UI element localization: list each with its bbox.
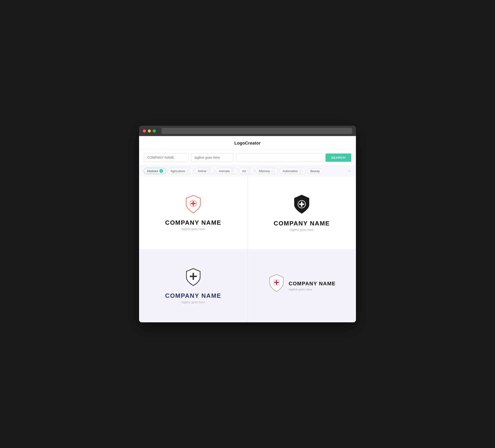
category-chip-agriculture[interactable]: Agriculture — [168, 168, 193, 174]
check-icon-airline — [207, 169, 211, 173]
logo-icon-4 — [268, 274, 285, 294]
category-label-attorney: Attorney — [259, 169, 270, 173]
app-content: LogoCreator SEARCH Abstract ✓ Agricultur… — [139, 136, 356, 322]
logo-card-3[interactable]: COMPANY NAME tagline goes here — [139, 250, 248, 322]
check-icon-automotive — [299, 169, 303, 173]
check-icon-art — [247, 169, 251, 173]
category-chip-beauty[interactable]: Beauty — [307, 168, 323, 174]
keyword-input[interactable] — [236, 153, 323, 162]
category-chip-abstract[interactable]: Abstract ✓ — [144, 168, 166, 174]
category-chip-art[interactable]: Art — [239, 168, 254, 174]
logo-icon-2 — [292, 194, 311, 215]
check-icon-agriculture — [186, 169, 190, 173]
maximize-button[interactable] — [153, 129, 156, 133]
logo-icon-1 — [185, 195, 202, 215]
logo-1-tagline: tagline goes here — [181, 227, 205, 231]
category-chip-automotive[interactable]: Automotive — [279, 168, 306, 174]
category-label-airline: Airline — [198, 169, 206, 173]
logo-4-tagline: tagline goes here — [289, 288, 336, 291]
category-label-abstract: Abstract — [147, 169, 158, 173]
category-bar: Abstract ✓ Agriculture Airline Animals A… — [139, 166, 356, 176]
logo-card-1[interactable]: COMPANY NAME tagline goes here — [139, 176, 248, 249]
logo-icon-3 — [185, 268, 202, 288]
category-label-automotive: Automotive — [282, 169, 298, 173]
svg-rect-10 — [274, 282, 279, 283]
tagline-input[interactable] — [191, 153, 233, 162]
check-icon-abstract: ✓ — [159, 169, 163, 173]
close-button[interactable] — [143, 129, 146, 133]
logo-3-tagline: tagline goes here — [181, 300, 205, 304]
app-header: LogoCreator — [139, 136, 356, 149]
search-button[interactable]: SEARCH — [326, 154, 351, 162]
check-icon-attorney — [271, 169, 275, 173]
app-title: LogoCreator — [234, 141, 261, 145]
logo-grid: COMPANY NAME tagline goes here COMPANY N… — [139, 176, 356, 322]
minimize-button[interactable] — [148, 129, 151, 133]
category-label-beauty: Beauty — [310, 169, 320, 173]
svg-rect-2 — [191, 203, 196, 204]
next-categories-button[interactable]: → — [347, 168, 351, 174]
titlebar — [139, 126, 356, 136]
logo-1-company: COMPANY NAME — [165, 219, 221, 226]
logo-card-2[interactable]: COMPANY NAME tagline goes here — [248, 176, 356, 249]
company-name-input[interactable] — [144, 153, 189, 162]
svg-rect-7 — [190, 276, 197, 277]
check-icon-animals — [231, 169, 234, 173]
search-bar: SEARCH — [139, 149, 356, 166]
logo-3-company: COMPANY NAME — [165, 292, 221, 299]
logo-2-company: COMPANY NAME — [274, 220, 330, 227]
address-bar — [162, 128, 352, 134]
logo-4-company: COMPANY NAME — [289, 280, 336, 287]
category-label-agriculture: Agriculture — [171, 169, 185, 173]
category-label-art: Art — [242, 169, 246, 173]
logo-4-text-group: COMPANY NAME tagline goes here — [289, 280, 336, 291]
app-window: LogoCreator SEARCH Abstract ✓ Agricultur… — [139, 126, 356, 322]
logo-card-4[interactable]: COMPANY NAME tagline goes here — [248, 250, 356, 322]
category-chip-airline[interactable]: Airline — [195, 168, 214, 174]
category-chip-animals[interactable]: Animals — [216, 168, 238, 174]
category-label-animals: Animals — [219, 169, 230, 173]
category-chip-attorney[interactable]: Attorney — [256, 168, 278, 174]
logo-2-tagline: tagline goes here — [290, 228, 314, 232]
svg-rect-5 — [299, 203, 304, 205]
